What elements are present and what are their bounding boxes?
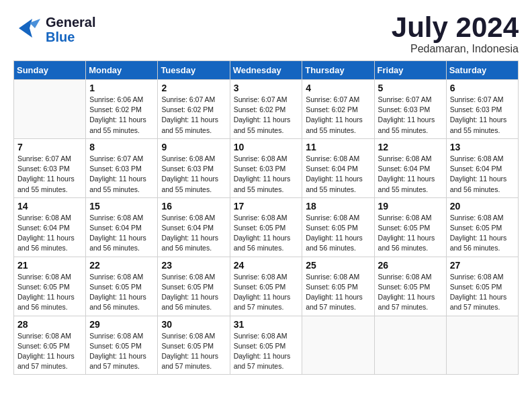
calendar-cell: 30Sunrise: 6:08 AM Sunset: 6:05 PM Dayli… — [158, 316, 230, 375]
weekday-header-thursday: Thursday — [302, 61, 374, 80]
calendar-cell: 29Sunrise: 6:08 AM Sunset: 6:05 PM Dayli… — [86, 316, 158, 375]
calendar-cell: 13Sunrise: 6:08 AM Sunset: 6:04 PM Dayli… — [446, 138, 518, 197]
day-number: 2 — [161, 83, 226, 93]
day-number: 24 — [234, 260, 299, 271]
day-info: Sunrise: 6:07 AM Sunset: 6:03 PM Dayligh… — [450, 95, 515, 136]
calendar-cell: 17Sunrise: 6:08 AM Sunset: 6:05 PM Dayli… — [230, 197, 302, 257]
calendar-cell: 10Sunrise: 6:08 AM Sunset: 6:03 PM Dayli… — [230, 138, 302, 197]
calendar-cell — [14, 80, 86, 139]
day-info: Sunrise: 6:08 AM Sunset: 6:05 PM Dayligh… — [89, 331, 154, 372]
day-number: 30 — [161, 319, 226, 330]
day-info: Sunrise: 6:08 AM Sunset: 6:04 PM Dayligh… — [450, 154, 515, 195]
day-info: Sunrise: 6:08 AM Sunset: 6:04 PM Dayligh… — [306, 154, 370, 195]
day-info: Sunrise: 6:06 AM Sunset: 6:02 PM Dayligh… — [89, 95, 154, 136]
day-info: Sunrise: 6:08 AM Sunset: 6:05 PM Dayligh… — [89, 272, 154, 313]
calendar-cell: 18Sunrise: 6:08 AM Sunset: 6:05 PM Dayli… — [302, 197, 374, 257]
calendar-cell: 26Sunrise: 6:08 AM Sunset: 6:05 PM Dayli… — [374, 257, 446, 316]
calendar-cell: 16Sunrise: 6:08 AM Sunset: 6:04 PM Dayli… — [158, 197, 230, 257]
page-header: General Blue July 2024 Pedamaran, Indone… — [13, 13, 519, 55]
day-number: 31 — [234, 319, 299, 330]
calendar-cell: 21Sunrise: 6:08 AM Sunset: 6:05 PM Dayli… — [14, 257, 86, 316]
day-number: 1 — [89, 83, 154, 93]
day-number: 17 — [234, 201, 299, 212]
calendar-cell — [302, 316, 374, 375]
day-number: 26 — [378, 260, 443, 271]
day-info: Sunrise: 6:08 AM Sunset: 6:04 PM Dayligh… — [161, 213, 226, 254]
day-number: 14 — [17, 201, 82, 212]
weekday-header-sunday: Sunday — [14, 61, 86, 80]
day-info: Sunrise: 6:08 AM Sunset: 6:05 PM Dayligh… — [234, 331, 299, 372]
day-number: 5 — [378, 83, 443, 93]
day-number: 3 — [234, 83, 299, 93]
day-number: 4 — [306, 83, 370, 93]
calendar-cell: 19Sunrise: 6:08 AM Sunset: 6:05 PM Dayli… — [374, 197, 446, 257]
weekday-header-tuesday: Tuesday — [158, 61, 230, 80]
calendar-cell: 2Sunrise: 6:07 AM Sunset: 6:02 PM Daylig… — [158, 80, 230, 139]
day-number: 10 — [234, 142, 299, 152]
day-number: 27 — [450, 260, 515, 271]
calendar-week-row: 28Sunrise: 6:08 AM Sunset: 6:05 PM Dayli… — [14, 316, 519, 375]
day-number: 20 — [450, 201, 515, 212]
calendar-week-row: 7Sunrise: 6:07 AM Sunset: 6:03 PM Daylig… — [14, 138, 519, 197]
calendar-cell: 27Sunrise: 6:08 AM Sunset: 6:05 PM Dayli… — [446, 257, 518, 316]
day-number: 6 — [450, 83, 515, 93]
calendar-cell: 24Sunrise: 6:08 AM Sunset: 6:05 PM Dayli… — [230, 257, 302, 316]
calendar-cell: 20Sunrise: 6:08 AM Sunset: 6:05 PM Dayli… — [446, 197, 518, 257]
day-info: Sunrise: 6:08 AM Sunset: 6:04 PM Dayligh… — [89, 213, 154, 254]
day-info: Sunrise: 6:08 AM Sunset: 6:04 PM Dayligh… — [378, 154, 443, 195]
svg-marker-0 — [19, 19, 32, 38]
weekday-header-friday: Friday — [374, 61, 446, 80]
day-info: Sunrise: 6:07 AM Sunset: 6:02 PM Dayligh… — [306, 95, 370, 136]
weekday-header-saturday: Saturday — [446, 61, 518, 80]
day-info: Sunrise: 6:08 AM Sunset: 6:03 PM Dayligh… — [234, 154, 299, 195]
day-info: Sunrise: 6:08 AM Sunset: 6:04 PM Dayligh… — [17, 213, 82, 254]
logo: General Blue — [13, 13, 95, 46]
day-info: Sunrise: 6:08 AM Sunset: 6:05 PM Dayligh… — [161, 331, 226, 372]
calendar-cell — [374, 316, 446, 375]
calendar-cell: 3Sunrise: 6:07 AM Sunset: 6:02 PM Daylig… — [230, 80, 302, 139]
day-number: 25 — [306, 260, 370, 271]
calendar-week-row: 21Sunrise: 6:08 AM Sunset: 6:05 PM Dayli… — [14, 257, 519, 316]
calendar-cell: 1Sunrise: 6:06 AM Sunset: 6:02 PM Daylig… — [86, 80, 158, 139]
day-info: Sunrise: 6:08 AM Sunset: 6:05 PM Dayligh… — [17, 331, 82, 372]
weekday-header-row: SundayMondayTuesdayWednesdayThursdayFrid… — [14, 61, 519, 80]
day-number: 18 — [306, 201, 370, 212]
logo-icon — [13, 13, 43, 43]
day-number: 23 — [161, 260, 226, 271]
calendar-week-row: 14Sunrise: 6:08 AM Sunset: 6:04 PM Dayli… — [14, 197, 519, 257]
day-number: 15 — [89, 201, 154, 212]
calendar-cell: 23Sunrise: 6:08 AM Sunset: 6:05 PM Dayli… — [158, 257, 230, 316]
day-number: 8 — [89, 142, 154, 152]
day-info: Sunrise: 6:08 AM Sunset: 6:05 PM Dayligh… — [234, 272, 299, 313]
day-number: 9 — [161, 142, 226, 152]
calendar-cell: 12Sunrise: 6:08 AM Sunset: 6:04 PM Dayli… — [374, 138, 446, 197]
calendar-cell: 4Sunrise: 6:07 AM Sunset: 6:02 PM Daylig… — [302, 80, 374, 139]
day-info: Sunrise: 6:07 AM Sunset: 6:03 PM Dayligh… — [89, 154, 154, 195]
month-year-title: July 2024 — [392, 13, 519, 42]
weekday-header-wednesday: Wednesday — [230, 61, 302, 80]
calendar-cell: 7Sunrise: 6:07 AM Sunset: 6:03 PM Daylig… — [14, 138, 86, 197]
calendar-cell: 9Sunrise: 6:08 AM Sunset: 6:03 PM Daylig… — [158, 138, 230, 197]
day-info: Sunrise: 6:08 AM Sunset: 6:05 PM Dayligh… — [450, 213, 515, 254]
calendar-table: SundayMondayTuesdayWednesdayThursdayFrid… — [13, 60, 519, 375]
day-info: Sunrise: 6:08 AM Sunset: 6:05 PM Dayligh… — [450, 272, 515, 313]
calendar-cell: 8Sunrise: 6:07 AM Sunset: 6:03 PM Daylig… — [86, 138, 158, 197]
calendar-cell: 25Sunrise: 6:08 AM Sunset: 6:05 PM Dayli… — [302, 257, 374, 316]
calendar-cell: 22Sunrise: 6:08 AM Sunset: 6:05 PM Dayli… — [86, 257, 158, 316]
day-info: Sunrise: 6:08 AM Sunset: 6:05 PM Dayligh… — [306, 213, 370, 254]
day-info: Sunrise: 6:08 AM Sunset: 6:05 PM Dayligh… — [306, 272, 370, 313]
calendar-week-row: 1Sunrise: 6:06 AM Sunset: 6:02 PM Daylig… — [14, 80, 519, 139]
day-number: 19 — [378, 201, 443, 212]
weekday-header-monday: Monday — [86, 61, 158, 80]
calendar-cell — [446, 316, 518, 375]
day-number: 22 — [89, 260, 154, 271]
day-info: Sunrise: 6:08 AM Sunset: 6:05 PM Dayligh… — [234, 213, 299, 254]
day-info: Sunrise: 6:07 AM Sunset: 6:03 PM Dayligh… — [378, 95, 443, 136]
day-number: 28 — [17, 319, 82, 330]
title-section: July 2024 Pedamaran, Indonesia — [392, 13, 519, 55]
day-info: Sunrise: 6:08 AM Sunset: 6:05 PM Dayligh… — [17, 272, 82, 313]
day-info: Sunrise: 6:07 AM Sunset: 6:02 PM Dayligh… — [234, 95, 299, 136]
day-info: Sunrise: 6:07 AM Sunset: 6:03 PM Dayligh… — [17, 154, 82, 195]
day-info: Sunrise: 6:08 AM Sunset: 6:05 PM Dayligh… — [378, 272, 443, 313]
day-number: 16 — [161, 201, 226, 212]
